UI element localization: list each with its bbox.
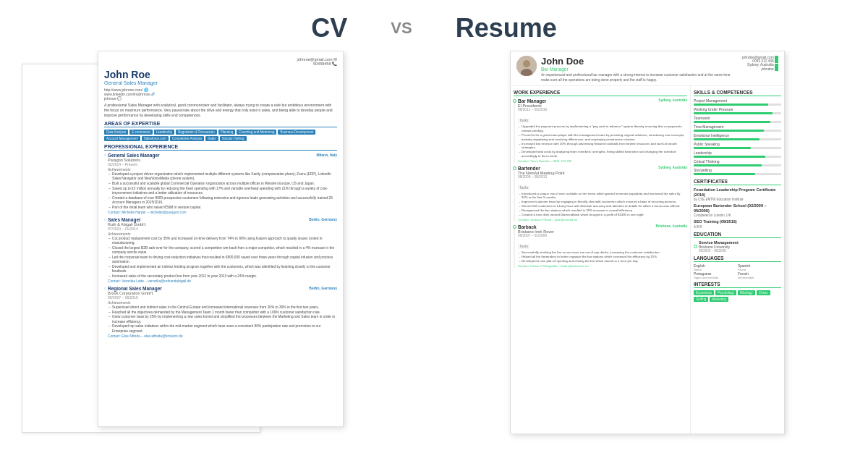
cv-job-title-1: General Sales Manager Milano, Italy <box>108 153 337 158</box>
resume-left-col: WORK EXPERIENCE Bar Manager Sydney, Aust… <box>511 86 690 434</box>
resume-right-col: SKILLS & COMPETENCES Project Management … <box>690 86 784 434</box>
cv-tag: E-commerce <box>129 130 153 135</box>
edu-1: Service Management Brisbane University 0… <box>694 240 781 253</box>
skill-time-mgmt: Time Management <box>694 124 781 132</box>
resume-side: John Doe Bar Manager An experienced and … <box>441 51 854 449</box>
resume-summary: An experienced and professional bar mana… <box>541 73 738 83</box>
job-dot-1 <box>513 99 516 103</box>
res-job-1: Bar Manager Sydney, Australia El Preside… <box>514 98 687 162</box>
cv-tag: Negotiation & Persuasion <box>176 130 217 135</box>
certs-title: CERTIFICATES <box>694 179 781 185</box>
interest-mixology: Mixology <box>738 290 755 295</box>
cv-phone: 50458456 📞 <box>313 62 337 66</box>
cert-1: Foundation Leadership Program Certificat… <box>694 187 781 201</box>
job-dot-3 <box>513 225 516 229</box>
cv-tag: Solution Selling <box>220 136 247 141</box>
cv-contact: johnroe@gmail.com ✉ 50458456 📞 <box>104 57 337 66</box>
languages-grid: English Native Spanish Fluent Portuguese… <box>694 264 781 279</box>
resume-job-title: Bar Manager <box>541 67 738 72</box>
cv-paper: johnroe@gmail.com ✉ 50458456 📞 John Roe … <box>98 51 344 427</box>
cv-tag: Competitive Analysis <box>170 136 205 141</box>
svg-point-1 <box>523 60 530 67</box>
cv-tag: Coaching and Mentoring <box>237 130 276 135</box>
job-dot-2 <box>513 166 516 170</box>
cv-name: John Roe <box>104 69 337 80</box>
resume-body: WORK EXPERIENCE Bar Manager Sydney, Aust… <box>511 86 784 434</box>
res-job-2: Bartender Sydney, Australia The NomAd Me… <box>514 166 687 221</box>
interest-chess: Chess <box>757 290 770 295</box>
cert-3: SEO Training (09/2015) A B B <box>694 219 781 228</box>
res-job-3: Barback Brisbane, Australia Brisbane Iri… <box>514 224 687 268</box>
cv-tag: Leadership <box>154 130 174 135</box>
cv-label: CV <box>311 13 347 43</box>
skill-critical-thinking: Critical Thinking <box>694 159 781 166</box>
cv-title: General Sales Manager <box>104 80 337 85</box>
cv-links: http://www.johnroe.com/ 🌐 www.linkedin.c… <box>104 88 337 101</box>
cv-tags: Data Analysis E-commerce Leadership Nego… <box>104 130 337 141</box>
resume-name: John Doe <box>541 56 738 67</box>
skill-storytelling: Storytelling <box>694 168 781 175</box>
cv-job-1: ○ General Sales Manager Milano, Italy Pa… <box>104 153 337 214</box>
skills-title: SKILLS & COMPETENCES <box>694 90 781 96</box>
cv-job-2: ○ Sales Manager Berlin, Germany Ruth & A… <box>104 217 337 283</box>
resume-header: John Doe Bar Manager An experienced and … <box>511 51 784 86</box>
interests-tags: Economics Psychology Mixology Chess Surf… <box>694 290 781 302</box>
resume-header-info: John Doe Bar Manager An experienced and … <box>541 56 738 83</box>
cv-side: johnroe@gmail.com ✉ 50458456 📞 John Roe … <box>14 51 427 449</box>
resume-label: Resume <box>456 13 557 43</box>
cv-tag: Planning <box>218 130 236 135</box>
skill-project-mgmt: Project Management <box>694 98 781 106</box>
resume-contact: johndoe@gmail.com 0043 312 436 Sydney, A… <box>742 56 778 71</box>
skill-under-pressure: Working Under Pressure <box>694 107 781 114</box>
skill-emotional-intel: Emotional Intelligence <box>694 133 781 140</box>
interest-surfing: Surfing <box>694 297 708 302</box>
cv-tag: Data Analysis <box>104 130 128 135</box>
skill-teamwork: Teamwork <box>694 116 781 123</box>
cv-tag: Business Development <box>278 130 315 135</box>
cv-summary: A professional Sales Manager with analyt… <box>104 103 337 118</box>
resume-paper: John Doe Bar Manager An experienced and … <box>510 51 785 434</box>
skill-public-speaking: Public Speaking <box>694 142 781 149</box>
edu-title: EDUCATION <box>694 232 781 238</box>
cv-experience-title: PROFESSIONAL EXPERIENCE <box>104 144 337 151</box>
lang-title: LANGUAGES <box>694 256 781 262</box>
interest-economics: Economics <box>694 290 714 295</box>
interests-title: INTERESTS <box>694 282 781 288</box>
cv-tag: Account Management <box>104 136 140 141</box>
vs-label: VS <box>391 19 412 38</box>
cv-job-3: ○ Regional Sales Manager Berlin, Germany… <box>104 286 337 338</box>
work-experience-title: WORK EXPERIENCE <box>514 90 687 96</box>
cv-areas-title: AREAS OF EXPERTISE <box>104 121 337 127</box>
main-content: johnroe@gmail.com ✉ 50458456 📞 John Roe … <box>0 51 868 456</box>
interest-marketing: Marketing <box>710 297 728 302</box>
cv-tag: Sales <box>205 136 218 141</box>
skill-leadership: Leadership <box>694 151 781 158</box>
cv-job-date-1: 02/2014 – Present <box>108 162 337 166</box>
cv-tag: Salesforce.com <box>142 136 169 141</box>
page-header: CV VS Resume <box>0 0 868 51</box>
avatar <box>516 56 537 76</box>
interest-psychology: Psychology <box>715 290 736 295</box>
cert-2: European Bartender School (02/2009 – 05/… <box>694 203 781 217</box>
